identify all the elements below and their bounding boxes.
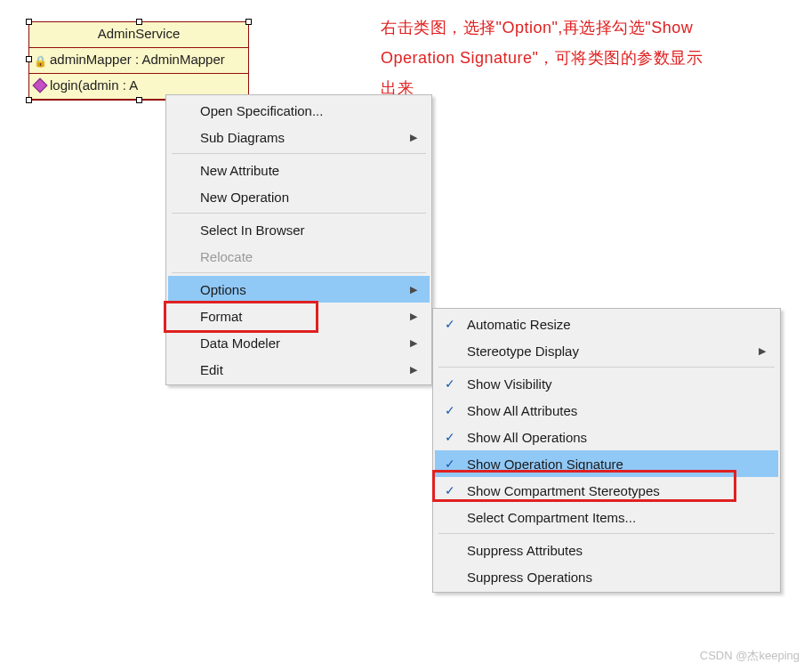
menu-automatic-resize[interactable]: ✓Automatic Resize — [435, 311, 778, 337]
menu-relocate: Relocate — [168, 243, 430, 270]
chevron-right-icon: ▶ — [732, 345, 766, 357]
uml-operation-row[interactable]: login(admin : A — [35, 76, 243, 95]
check-icon: ✓ — [445, 403, 455, 417]
menu-label: Select Compartment Items... — [467, 510, 636, 525]
check-icon: ✓ — [445, 457, 455, 471]
menu-edit[interactable]: Edit▶ — [168, 356, 430, 383]
uml-attribute-text: adminMapper : AdminMapper — [50, 50, 225, 69]
menu-stereotype-display[interactable]: Stereotype Display▶ — [435, 337, 778, 364]
menu-label: Sub Diagrams — [200, 130, 285, 145]
menu-label: Suppress Operations — [467, 570, 592, 585]
menu-label: Open Specification... — [200, 103, 323, 118]
menu-label: Format — [200, 309, 243, 324]
chevron-right-icon: ▶ — [383, 132, 417, 143]
menu-label: New Operation — [200, 190, 289, 205]
chevron-right-icon: ▶ — [383, 311, 417, 322]
annotation-line: 出来 — [381, 73, 790, 103]
menu-show-all-attributes[interactable]: ✓Show All Attributes — [435, 397, 778, 424]
menu-label: Show All Attributes — [467, 403, 577, 418]
uml-attribute-row[interactable]: adminMapper : AdminMapper — [35, 50, 243, 69]
selection-handle[interactable] — [26, 56, 32, 62]
menu-label: Edit — [200, 362, 223, 377]
menu-show-compartment-stereotypes[interactable]: ✓Show Compartment Stereotypes — [435, 477, 778, 504]
menu-show-operation-signature[interactable]: ✓Show Operation Signature — [435, 450, 778, 477]
menu-show-visibility[interactable]: ✓Show Visibility — [435, 370, 778, 397]
uml-class-box[interactable]: AdminService adminMapper : AdminMapper l… — [28, 21, 249, 101]
menu-label: Select In Browser — [200, 222, 305, 238]
menu-select-compartment-items[interactable]: Select Compartment Items... — [435, 504, 778, 530]
uml-attributes-section: adminMapper : AdminMapper — [29, 48, 248, 74]
menu-separator — [172, 213, 426, 214]
menu-label: Show All Operations — [467, 430, 587, 445]
selection-handle[interactable] — [136, 19, 142, 25]
menu-select-in-browser[interactable]: Select In Browser — [168, 216, 430, 243]
menu-sub-diagrams[interactable]: Sub Diagrams▶ — [168, 124, 430, 150]
menu-data-modeler[interactable]: Data Modeler▶ — [168, 329, 430, 356]
menu-label: New Attribute — [200, 163, 279, 178]
menu-new-operation[interactable]: New Operation — [168, 183, 430, 210]
menu-separator — [438, 367, 775, 368]
menu-separator — [438, 533, 775, 534]
chevron-right-icon: ▶ — [383, 364, 417, 376]
menu-label: Options — [200, 282, 246, 297]
context-menu-options[interactable]: ✓Automatic Resize Stereotype Display▶ ✓S… — [432, 308, 781, 593]
menu-open-specification[interactable]: Open Specification... — [168, 97, 430, 124]
check-icon: ✓ — [445, 317, 455, 331]
selection-handle[interactable] — [26, 19, 32, 25]
menu-label: Stereotype Display — [467, 344, 579, 359]
chevron-right-icon: ▶ — [383, 337, 417, 349]
menu-suppress-attributes[interactable]: Suppress Attributes — [435, 537, 778, 563]
chevron-right-icon: ▶ — [383, 284, 417, 295]
menu-label: Show Operation Signature — [467, 457, 623, 472]
selection-handle[interactable] — [136, 97, 142, 103]
context-menu-main[interactable]: Open Specification... Sub Diagrams▶ New … — [165, 94, 432, 385]
menu-label: Data Modeler — [200, 336, 280, 351]
selection-handle[interactable] — [26, 97, 32, 103]
check-icon: ✓ — [445, 483, 455, 497]
menu-label: Show Compartment Stereotypes — [467, 483, 660, 498]
annotation-line: 右击类图，选择"Option",再选择勾选"Show — [381, 12, 790, 43]
menu-suppress-operations[interactable]: Suppress Operations — [435, 563, 778, 590]
selection-handle[interactable] — [245, 19, 252, 25]
annotation-text: 右击类图，选择"Option",再选择勾选"Show Operation Sig… — [381, 12, 790, 103]
annotation-line: Operation Signature"，可将类图的参数显示 — [381, 43, 790, 73]
operation-icon — [33, 78, 48, 93]
menu-label: Suppress Attributes — [467, 543, 583, 558]
menu-new-attribute[interactable]: New Attribute — [168, 157, 430, 183]
check-icon: ✓ — [445, 376, 455, 391]
menu-label: Relocate — [200, 249, 253, 264]
check-icon: ✓ — [445, 430, 455, 444]
menu-label: Automatic Resize — [467, 317, 571, 332]
menu-show-all-operations[interactable]: ✓Show All Operations — [435, 424, 778, 450]
menu-separator — [172, 272, 426, 273]
watermark: CSDN @杰keeping — [700, 648, 800, 664]
menu-separator — [172, 153, 426, 154]
lock-icon — [35, 53, 47, 66]
uml-operation-text: login(admin : A — [50, 76, 138, 95]
menu-label: Show Visibility — [467, 376, 552, 392]
uml-class-title: AdminService — [29, 22, 248, 48]
menu-format[interactable]: Format▶ — [168, 303, 430, 329]
menu-options[interactable]: Options▶ — [168, 276, 430, 303]
